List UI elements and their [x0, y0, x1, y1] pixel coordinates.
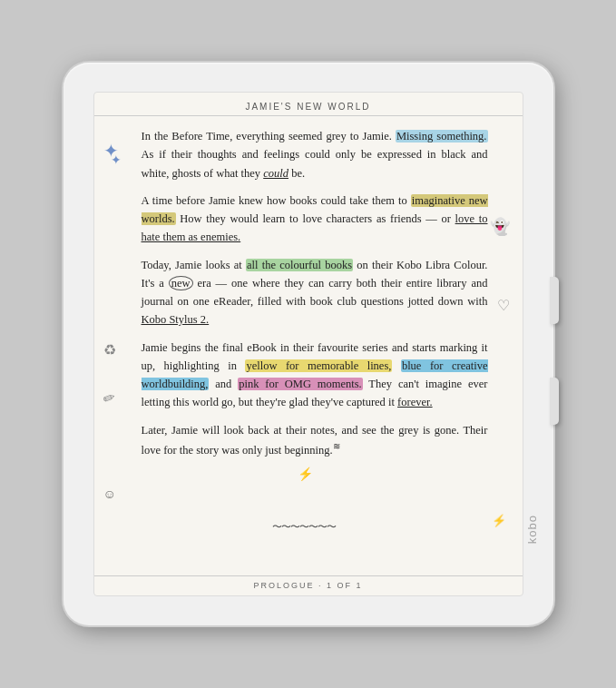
lightning-right-icon: ⚡ — [492, 511, 506, 530]
page-footer: PROLOGUE · 1 OF 1 — [94, 575, 523, 595]
highlight-yellow-lines: yellow for memorable lines, — [245, 359, 392, 372]
wavy-underline-decoration: 〜〜〜〜〜〜〜 — [272, 519, 336, 536]
recycle-icon: ♻ — [103, 339, 116, 362]
page-turn-button-top[interactable] — [550, 277, 559, 324]
highlight-imaginative-worlds: imaginative new worlds. — [142, 194, 488, 225]
underline-could: could — [263, 167, 288, 180]
underline-love-hate: love to hate them as enemies. — [142, 212, 488, 243]
paragraph-5: Later, Jamie will look back at their not… — [142, 421, 488, 460]
underline-stylus: Kobo Stylus 2. — [142, 313, 210, 326]
highlight-colourful-books: all the colourful books — [246, 259, 353, 271]
lightning-center-icon: ⚡ — [298, 465, 313, 486]
paragraph-3: Today, Jamie looks at all the colourful … — [142, 256, 488, 329]
page-turn-button-bottom[interactable] — [550, 378, 559, 425]
kobo-device: kobo JAMIE'S NEW WORLD ✦ ✦ 👻 ♡ ♻ ✏ ☺ ⚡ ⚡… — [64, 63, 553, 625]
sparkle-icon: ✦ — [103, 136, 119, 165]
highlight-missing-something: Missing something. — [396, 130, 488, 143]
book-title: JAMIE'S NEW WORLD — [94, 93, 523, 116]
paragraph-2: A time before Jamie knew how books could… — [142, 192, 488, 247]
ereader-screen: JAMIE'S NEW WORLD ✦ ✦ 👻 ♡ ♻ ✏ ☺ ⚡ ⚡ In t… — [93, 92, 523, 596]
paragraph-4: Jamie begins the final eBook in their fa… — [142, 339, 488, 412]
paragraph-1: In the Before Time, everything seemed gr… — [142, 127, 488, 182]
sparkle-small-icon: ✦ — [111, 151, 122, 172]
pencil-icon: ✏ — [99, 386, 118, 412]
circled-new: new — [169, 276, 193, 290]
underline-forever: forever. — [397, 396, 433, 408]
smiley-icon: ☺ — [103, 485, 116, 506]
highlight-pink-omg: pink for OMG moments. — [238, 378, 363, 390]
ghost-icon: 👻 — [490, 214, 510, 241]
heart-icon: ♡ — [497, 294, 510, 318]
book-content: ✦ ✦ 👻 ♡ ♻ ✏ ☺ ⚡ ⚡ In the Before Time, ev… — [94, 116, 523, 575]
kobo-brand-label: kobo — [525, 515, 539, 544]
